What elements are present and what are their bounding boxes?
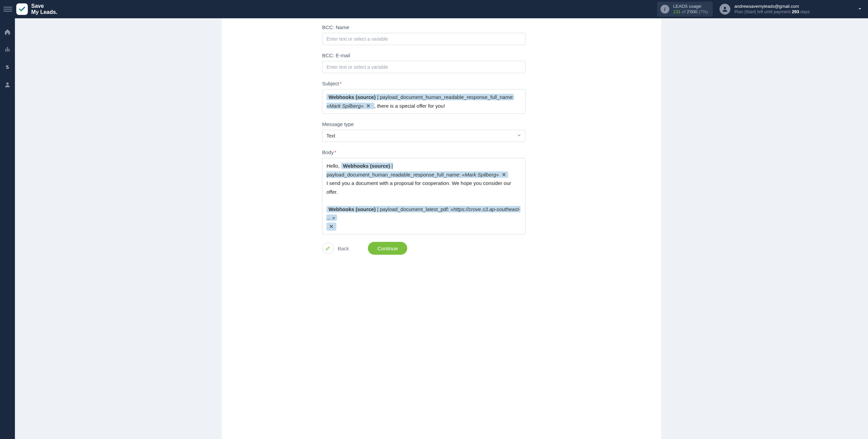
usage-pct: (7%) [698, 9, 708, 14]
usage-of: of [682, 9, 686, 14]
info-icon: i [660, 5, 669, 14]
account-plan: Plan |Start| left until payment 293 days [734, 9, 810, 15]
body-input[interactable]: Hello, Webhooks (source) | payload_docum… [322, 158, 526, 234]
menu-toggle-icon[interactable] [3, 5, 12, 14]
subject-input[interactable]: Webhooks (source) | payload_document_hum… [322, 89, 526, 114]
brand-line2: My Leads [31, 9, 57, 15]
brand-line1: Save [31, 3, 57, 9]
message-type-label: Message type [322, 121, 526, 127]
svg-point-1 [7, 47, 8, 48]
continue-button[interactable]: Continue [368, 242, 407, 255]
svg-rect-2 [5, 50, 6, 51]
body-paragraph: I send you a document with a proposal fo… [327, 179, 521, 196]
svg-rect-3 [7, 50, 8, 51]
usage-used: 131 [673, 9, 681, 14]
bcc-email-label: BCC: E-mail [322, 53, 526, 58]
svg-point-0 [724, 7, 726, 9]
chip-remove-icon[interactable]: ✕ [366, 103, 371, 109]
body-label: Body* [322, 149, 526, 155]
usage-widget[interactable]: i LEADS usage: 131 of 2'000 (7%) [657, 2, 713, 17]
back-button[interactable]: Back [322, 243, 349, 254]
avatar-icon [719, 4, 730, 15]
nav-flows-icon[interactable] [3, 45, 12, 54]
bcc-name-input[interactable] [322, 33, 526, 45]
message-type-select[interactable] [322, 130, 526, 142]
variable-chip[interactable]: Webhooks (source) | payload_document_lat… [327, 206, 520, 221]
edit-icon [322, 243, 334, 254]
account-text: andrewsavemyleads@gmail.com Plan |Start|… [734, 4, 810, 15]
chip-remove-icon[interactable]: ✕ [327, 223, 336, 231]
bcc-email-input[interactable] [322, 61, 526, 73]
app-logo[interactable] [16, 3, 28, 15]
usage-label: LEADS usage: [673, 4, 708, 9]
svg-rect-4 [8, 50, 9, 51]
variable-chip[interactable]: Webhooks (source) | payload_document_hum… [327, 163, 508, 178]
body-greeting: Hello, [327, 163, 341, 169]
form-card: BCC: Name BCC: E-mail Subject* Webhooks [222, 18, 661, 439]
account-email: andrewsavemyleads@gmail.com [734, 4, 810, 9]
bcc-name-label: BCC: Name [322, 24, 526, 30]
main-content: BCC: Name BCC: E-mail Subject* Webhooks [15, 18, 868, 439]
chip-remove-icon[interactable]: ✕ [502, 172, 506, 177]
nav-billing-icon[interactable] [3, 63, 12, 71]
account-widget[interactable]: andrewsavemyleads@gmail.com Plan |Start|… [719, 4, 810, 15]
back-label: Back [338, 246, 349, 251]
account-chevron-down-icon[interactable] [857, 6, 863, 13]
app-header: Save My Leads i LEADS usage: 131 of 2'00… [0, 0, 868, 18]
subject-trailing-text: , there is a special offer for you! [374, 103, 445, 109]
sidebar-rail [0, 18, 15, 439]
nav-account-icon[interactable] [3, 81, 12, 89]
nav-home-icon[interactable] [3, 28, 12, 36]
usage-total: 2'000 [687, 9, 697, 14]
svg-point-5 [6, 82, 9, 85]
subject-label: Subject* [322, 81, 526, 86]
brand-text: Save My Leads [31, 3, 57, 15]
usage-text: LEADS usage: 131 of 2'000 (7%) [673, 4, 708, 15]
